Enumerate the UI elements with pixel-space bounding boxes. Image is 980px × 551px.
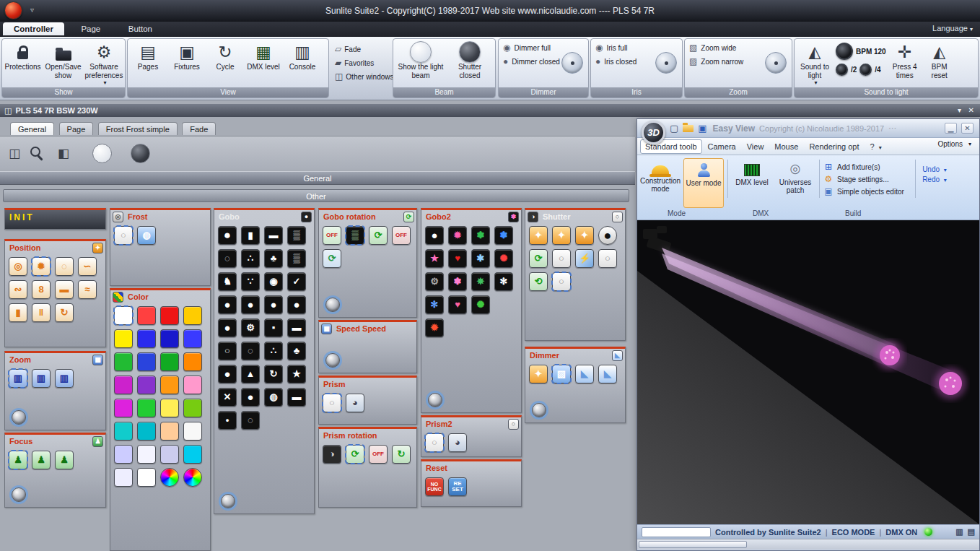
sound-to-light-button[interactable]: ◭ Sound to light ▾ [796, 40, 834, 87]
gobo-option[interactable]: ● [218, 295, 237, 314]
menu-view[interactable]: View [742, 139, 769, 154]
position-option[interactable]: ≈ [78, 280, 97, 299]
screen2-icon[interactable]: ▤ [968, 527, 975, 537]
gobo2-option[interactable]: ✹ [448, 226, 467, 245]
gobo2-option[interactable]: ✱ [471, 249, 490, 268]
magnifier-icon[interactable] [30, 147, 40, 157]
color-swatch[interactable] [137, 376, 156, 394]
gobo-option[interactable]: ◌ [241, 411, 260, 430]
gobo-knob[interactable] [221, 494, 235, 508]
beam-on-button[interactable] [92, 144, 112, 163]
protections-button[interactable]: Protections [3, 40, 43, 72]
color-swatch[interactable] [114, 329, 133, 348]
gobo-option[interactable]: ▬ [287, 318, 306, 337]
dimmer-option[interactable]: ✦ [529, 365, 548, 383]
position-option[interactable]: ◎ [9, 257, 27, 276]
color-swatch[interactable] [114, 399, 133, 417]
fixtures-button[interactable]: ▣ Fixtures [167, 40, 206, 72]
position-option[interactable]: ▬ [55, 280, 74, 299]
horizontal-scrollbar[interactable] [637, 539, 979, 550]
gobo-option[interactable]: ● [287, 295, 306, 314]
gobo2-option[interactable]: ✻ [494, 272, 513, 291]
gobo2-option[interactable]: ♥ [448, 249, 467, 268]
prism2-option[interactable]: ◕ [448, 433, 467, 452]
position-option[interactable]: ◌ [55, 257, 74, 276]
gobo-rotation-option[interactable]: ⟳ [369, 226, 388, 245]
shutter-option[interactable]: ✦ [552, 226, 571, 245]
position-option[interactable]: ▮ [9, 303, 27, 322]
beam-off-button[interactable] [131, 144, 150, 163]
gobo-option[interactable]: ♞ [218, 272, 237, 291]
add-fixtures-button[interactable]: ⊞ Add fixture(s) [823, 162, 911, 172]
stage-settings-button[interactable]: ⚙ Stage settings... [823, 174, 911, 184]
doc-tab-page[interactable]: Page [59, 122, 94, 135]
undo-redo-button[interactable]: Undo ▾ Redo ▾ [919, 158, 950, 208]
other-windows-button[interactable]: ◫ Other windows [335, 71, 393, 82]
cycle-button[interactable]: ↻ Cycle [206, 40, 244, 72]
gobo-rotation-option[interactable]: ▒ [346, 226, 364, 245]
zoom-option[interactable]: ▥ [9, 369, 27, 388]
new-document-icon[interactable]: ▢ [670, 123, 678, 134]
dimmer-full-option[interactable]: ◉ Dimmer full [503, 43, 585, 52]
prism-rotation-option[interactable]: ↻ [392, 445, 411, 464]
gobo-option[interactable]: ● [218, 226, 237, 245]
gobo2-option[interactable]: ● [425, 226, 444, 245]
color-swatch[interactable] [137, 422, 156, 441]
color-swatch[interactable] [114, 468, 133, 487]
prism2-corner-icon[interactable]: ○ [508, 419, 519, 430]
doc-tab-frost[interactable]: Frost Frost simple [98, 122, 178, 135]
menu-options[interactable]: Options ▾ [933, 137, 976, 151]
color-wheel-option[interactable] [183, 468, 202, 487]
dimmer-corner-icon[interactable]: ◣ [612, 350, 623, 361]
tab-button[interactable]: Button [118, 22, 163, 35]
gobo-corner-icon[interactable]: ● [301, 212, 312, 222]
color-swatch[interactable] [160, 422, 179, 441]
document-titlebar[interactable]: ◫PLS 54 7R BSW 230W ▾ ✕ [0, 104, 980, 117]
easyview-minimize-icon[interactable]: ▁ [945, 123, 957, 134]
dmx-level-view-button[interactable]: DMX level [732, 158, 772, 208]
gobo-rotation-option[interactable]: OFF [323, 226, 341, 245]
gobo-option[interactable]: ∵ [241, 272, 260, 291]
simple-objects-editor-button[interactable]: ▣ Simple objects editor [823, 186, 911, 196]
bpm-reset-button[interactable]: ◭ BPM reset [924, 40, 955, 80]
gobo-option[interactable]: ▬ [264, 226, 283, 245]
gobo-option[interactable]: ● [241, 295, 260, 314]
color-swatch[interactable] [183, 329, 202, 348]
gobo-rotation-option[interactable]: ⟳ [323, 249, 341, 268]
universes-patch-button[interactable]: ◎ Universes patch [775, 158, 815, 208]
bpm-div4-knob[interactable] [859, 64, 872, 76]
position-option[interactable]: ✹ [32, 257, 51, 276]
doc-tab-general[interactable]: General [10, 122, 54, 135]
shutter-option[interactable]: ● [598, 226, 617, 245]
shutter-option[interactable]: ○ [552, 249, 571, 268]
gobo-option[interactable]: ● [218, 318, 237, 337]
gobo-option[interactable]: ♣ [264, 249, 283, 268]
color-swatch[interactable] [160, 399, 179, 417]
color-swatch[interactable] [114, 422, 133, 441]
position-option[interactable]: 8 [32, 280, 51, 299]
color-swatch[interactable] [137, 399, 156, 417]
gobo-option[interactable]: ● [218, 365, 237, 383]
gobo-option[interactable]: ∴ [241, 249, 260, 268]
prism2-option[interactable]: ○ [425, 433, 444, 452]
color-swatch[interactable] [137, 445, 156, 464]
dmx-level-button[interactable]: ▦ DMX level [244, 40, 283, 72]
speed-speed-knob[interactable] [325, 353, 340, 368]
gobo-option[interactable]: ▬ [287, 388, 306, 407]
color-swatch[interactable] [114, 445, 133, 464]
prism-rotation-option[interactable]: OFF [369, 445, 388, 464]
quick-access-icon[interactable]: ▿ [30, 6, 34, 14]
shutter-option[interactable]: ⟳ [529, 249, 548, 268]
gobo-option[interactable]: ○ [218, 342, 237, 360]
gobo2-option[interactable]: ♥ [448, 295, 467, 314]
reset-option[interactable]: NO FUNC [425, 477, 444, 496]
iris-full-option[interactable]: ◉ Iris full [595, 43, 679, 52]
open-folder-icon[interactable] [683, 125, 694, 132]
menu-help[interactable]: ? ▾ [865, 139, 886, 154]
focus-corner-icon[interactable]: ♟ [92, 436, 103, 447]
shutter-option[interactable]: ⚡ [575, 249, 594, 268]
shutter-option[interactable]: ✦ [575, 226, 594, 245]
save-icon[interactable]: ▣ [698, 123, 706, 134]
prism-rotation-option[interactable]: ◑ [323, 445, 341, 464]
dimmer-knob[interactable] [532, 403, 546, 417]
